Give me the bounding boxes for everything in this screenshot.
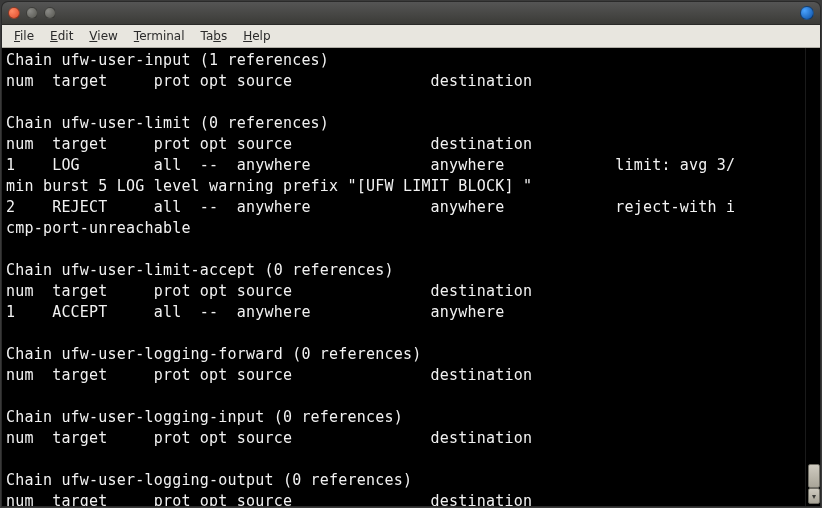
menu-view-rest: iew — [97, 29, 118, 43]
menubar: File Edit View Terminal Tabs Help — [2, 25, 820, 48]
menu-tabs[interactable]: Tabs — [195, 27, 234, 45]
menu-file-rest: ile — [20, 29, 34, 43]
scrollbar[interactable]: ▾ — [805, 48, 820, 506]
titlebar[interactable] — [2, 2, 820, 25]
menu-terminal-rest: erminal — [139, 29, 184, 43]
terminal-output[interactable]: Chain ufw-user-input (1 references) num … — [2, 48, 805, 506]
minimize-icon[interactable] — [26, 7, 38, 19]
scroll-down-icon[interactable]: ▾ — [808, 488, 820, 504]
menu-tabs-rest: s — [221, 29, 227, 43]
menu-help-rest: elp — [252, 29, 270, 43]
menu-edit-rest: dit — [58, 29, 74, 43]
scroll-thumb[interactable] — [808, 464, 820, 488]
terminal-window: File Edit View Terminal Tabs Help Chain … — [2, 2, 820, 506]
terminal-area: Chain ufw-user-input (1 references) num … — [2, 48, 820, 506]
close-icon[interactable] — [8, 7, 20, 19]
menu-file[interactable]: File — [8, 27, 40, 45]
menu-terminal[interactable]: Terminal — [128, 27, 191, 45]
menu-view[interactable]: View — [83, 27, 123, 45]
menu-edit[interactable]: Edit — [44, 27, 79, 45]
window-info-icon[interactable] — [800, 6, 814, 20]
maximize-icon[interactable] — [44, 7, 56, 19]
menu-help[interactable]: Help — [237, 27, 276, 45]
